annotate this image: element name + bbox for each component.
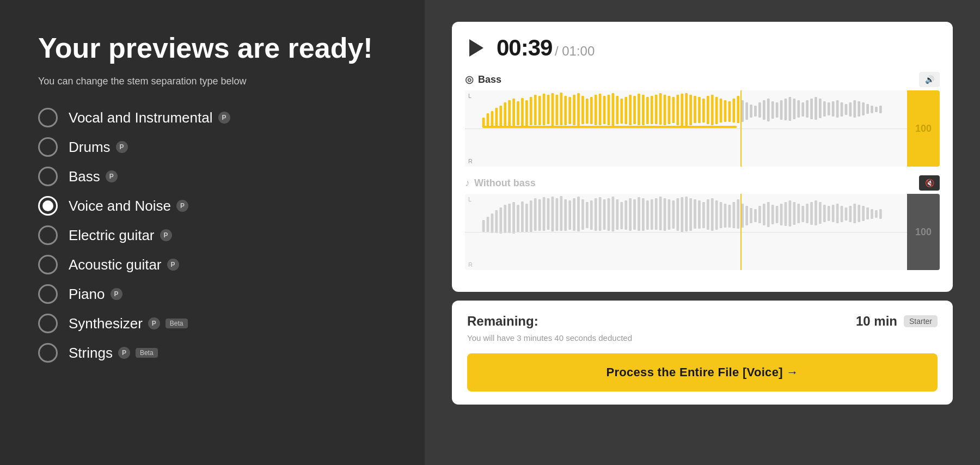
option-bass[interactable]: BassP	[38, 167, 387, 186]
svg-rect-84	[845, 104, 848, 115]
play-button[interactable]	[465, 36, 488, 59]
svg-rect-68	[776, 102, 779, 118]
svg-rect-54	[715, 97, 718, 124]
svg-rect-46	[681, 94, 683, 126]
without-bass-track-section: ♪ Without bass 🔇 L R	[465, 175, 940, 270]
option-electric-guitar[interactable]: Electric guitarP	[38, 225, 387, 245]
svg-rect-51	[702, 99, 705, 123]
svg-rect-134	[655, 198, 658, 230]
svg-rect-22	[577, 93, 580, 126]
bass-mute-button[interactable]: 🔊	[919, 72, 940, 87]
svg-rect-83	[841, 102, 843, 117]
svg-rect-132	[646, 200, 649, 230]
svg-rect-23	[581, 96, 584, 124]
option-label-vocal-instrumental: Vocal and InstrumentalP	[69, 109, 230, 126]
svg-rect-111	[555, 198, 558, 231]
svg-rect-37	[642, 95, 645, 125]
svg-rect-137	[668, 199, 671, 230]
svg-rect-26	[595, 95, 597, 125]
svg-rect-29	[608, 95, 610, 125]
svg-rect-43	[668, 96, 671, 124]
bass-track-header: ◎ Bass 🔊	[465, 72, 940, 87]
option-drums[interactable]: DrumsP	[38, 137, 387, 157]
svg-rect-34	[629, 95, 632, 125]
svg-rect-30	[612, 93, 615, 126]
option-text-bass: Bass	[69, 168, 100, 185]
svg-rect-18	[560, 93, 562, 125]
svg-rect-112	[560, 196, 562, 231]
without-bass-mute-button[interactable]: 🔇	[919, 175, 940, 191]
svg-rect-8	[517, 101, 519, 125]
svg-rect-55	[720, 99, 722, 123]
svg-rect-80	[828, 102, 830, 115]
option-acoustic-guitar[interactable]: Acoustic guitarP	[38, 255, 387, 274]
process-button[interactable]: Process the Entire File [Voice] →	[467, 353, 938, 391]
option-piano[interactable]: PianoP	[38, 284, 387, 304]
pro-badge-bass: P	[106, 170, 118, 182]
svg-rect-133	[651, 199, 653, 230]
option-label-bass: BassP	[69, 168, 118, 185]
total-time: / 01:00	[555, 44, 595, 58]
svg-rect-141	[685, 197, 688, 231]
svg-rect-3	[495, 108, 498, 127]
waveform-divider	[465, 129, 907, 129]
svg-rect-79	[823, 101, 826, 117]
beta-badge-synthesizer: Beta	[166, 319, 188, 328]
svg-rect-9	[521, 98, 524, 126]
radio-bass[interactable]	[38, 167, 58, 186]
svg-rect-28	[603, 96, 606, 124]
svg-rect-67	[771, 101, 774, 119]
svg-rect-107	[538, 199, 541, 231]
svg-rect-147	[711, 198, 714, 231]
radio-strings[interactable]	[38, 343, 58, 363]
option-strings[interactable]: StringsPBeta	[38, 343, 387, 363]
svg-rect-11	[530, 97, 532, 125]
option-vocal-instrumental[interactable]: Vocal and InstrumentalP	[38, 108, 387, 127]
svg-rect-48	[689, 95, 692, 125]
svg-rect-24	[586, 99, 589, 124]
svg-rect-57	[728, 101, 731, 122]
svg-rect-75	[806, 100, 808, 118]
svg-rect-61	[745, 102, 748, 120]
player-header: 00:39 / 01:00	[465, 35, 940, 61]
svg-rect-146	[707, 199, 709, 230]
without-bass-volume-box[interactable]: 100	[907, 194, 940, 270]
svg-rect-81	[832, 101, 835, 117]
option-voice-noise[interactable]: Voice and NoiseP	[38, 196, 387, 216]
svg-rect-155	[745, 206, 748, 225]
svg-rect-173	[823, 205, 826, 222]
radio-piano[interactable]	[38, 284, 58, 304]
option-label-strings: StringsPBeta	[69, 345, 158, 362]
radio-vocal-instrumental[interactable]	[38, 108, 58, 127]
svg-rect-143	[694, 199, 696, 229]
svg-rect-186	[879, 209, 882, 219]
svg-rect-158	[758, 206, 761, 223]
radio-voice-noise[interactable]	[38, 196, 58, 216]
svg-rect-78	[819, 99, 822, 118]
radio-synthesizer[interactable]	[38, 314, 58, 333]
radio-drums[interactable]	[38, 137, 58, 157]
svg-rect-71	[789, 97, 792, 121]
svg-rect-165	[789, 200, 792, 227]
radio-electric-guitar[interactable]	[38, 225, 58, 245]
bass-volume-box[interactable]: 100	[907, 90, 940, 167]
option-label-drums: DrumsP	[69, 139, 128, 156]
svg-rect-59	[737, 96, 739, 123]
svg-rect-6	[508, 100, 511, 126]
radio-acoustic-guitar[interactable]	[38, 255, 58, 274]
svg-rect-176	[836, 204, 839, 223]
bass-track-icon: ◎	[465, 74, 474, 85]
options-list: Vocal and InstrumentalPDrumsPBassPVoice …	[38, 108, 387, 363]
svg-rect-47	[685, 93, 688, 126]
svg-rect-144	[698, 200, 701, 229]
info-card: Remaining: 10 min Starter You will have …	[452, 301, 953, 405]
svg-rect-63	[754, 106, 757, 117]
svg-rect-159	[763, 204, 765, 225]
svg-rect-56	[724, 100, 727, 122]
svg-rect-164	[785, 202, 787, 226]
bass-track-section: ◎ Bass 🔊 L R	[465, 72, 940, 167]
svg-rect-99	[504, 205, 506, 233]
svg-rect-117	[581, 199, 584, 230]
option-synthesizer[interactable]: SynthesizerPBeta	[38, 314, 387, 333]
pro-badge-piano: P	[111, 288, 122, 300]
